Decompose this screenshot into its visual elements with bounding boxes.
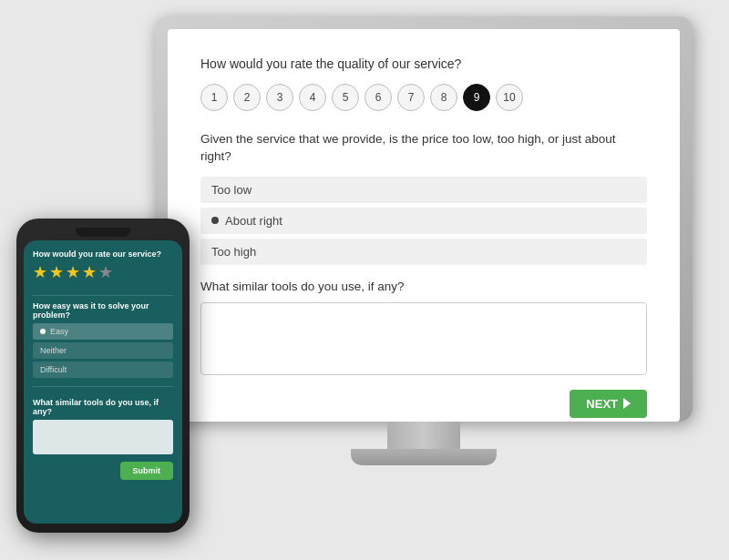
price-too-low-label: Too low xyxy=(211,183,252,197)
next-arrow-icon xyxy=(623,398,631,409)
quality-question: How would you rate the quality of our se… xyxy=(200,56,647,71)
next-button[interactable]: NEXT xyxy=(570,390,647,418)
next-label: NEXT xyxy=(586,397,618,411)
rating-row: 1 2 3 4 5 6 7 8 9 10 xyxy=(200,84,647,111)
rating-1[interactable]: 1 xyxy=(200,84,228,111)
price-option-about-right[interactable]: About right xyxy=(200,208,647,234)
price-about-right-label: About right xyxy=(225,214,282,228)
star-3: ★ xyxy=(66,262,80,282)
monitor-stand-base xyxy=(351,449,497,465)
price-option-too-high[interactable]: Too high xyxy=(200,239,647,265)
phone-option-neither[interactable]: Neither xyxy=(33,342,173,359)
star-2: ★ xyxy=(49,262,64,282)
phone-option-easy[interactable]: Easy xyxy=(33,323,173,340)
monitor: How would you rate the quality of our se… xyxy=(155,16,693,472)
phone-tools-input[interactable] xyxy=(33,420,173,454)
rating-4[interactable]: 4 xyxy=(299,84,326,111)
monitor-bezel: How would you rate the quality of our se… xyxy=(155,16,693,422)
phone-divider-2 xyxy=(33,386,173,387)
phone-notch xyxy=(76,228,130,237)
rating-6[interactable]: 6 xyxy=(364,84,392,111)
difficult-label: Difficult xyxy=(40,365,67,374)
phone-submit-row: Submit xyxy=(33,462,173,480)
neither-label: Neither xyxy=(40,346,67,355)
rating-7[interactable]: 7 xyxy=(397,84,425,111)
tools-question: What similar tools do you use, if any? xyxy=(200,280,647,293)
phone-q3-label: What similar tools do you use, if any? xyxy=(33,398,173,416)
monitor-screen: How would you rate the quality of our se… xyxy=(168,29,680,422)
rating-5[interactable]: 5 xyxy=(332,84,359,111)
phone-screen: How would you rate our service? ★ ★ ★ ★ … xyxy=(24,240,182,524)
rating-3[interactable]: 3 xyxy=(266,84,293,111)
tools-textarea[interactable] xyxy=(200,302,647,375)
rating-8[interactable]: 8 xyxy=(430,84,457,111)
monitor-stand-neck xyxy=(387,422,460,449)
rating-2[interactable]: 2 xyxy=(233,84,261,111)
phone-q2-label: How easy was it to solve your problem? xyxy=(33,301,173,320)
easy-label: Easy xyxy=(50,327,68,336)
phone-q1-label: How would you rate our service? xyxy=(33,249,173,259)
phone-submit-button[interactable]: Submit xyxy=(120,462,174,480)
phone: How would you rate our service? ★ ★ ★ ★ … xyxy=(16,219,190,533)
star-5: ★ xyxy=(98,262,113,282)
price-too-high-label: Too high xyxy=(211,245,256,259)
rating-10[interactable]: 10 xyxy=(496,84,523,111)
easy-dot xyxy=(40,329,46,334)
next-btn-row: NEXT xyxy=(200,390,647,418)
star-1: ★ xyxy=(33,262,47,282)
phone-divider-1 xyxy=(33,295,173,296)
phone-option-difficult[interactable]: Difficult xyxy=(33,361,173,378)
price-question: Given the service that we provide, is th… xyxy=(200,131,647,166)
phone-stars: ★ ★ ★ ★ ★ xyxy=(33,262,173,282)
submit-label: Submit xyxy=(133,466,161,475)
price-about-right-dot xyxy=(211,217,219,224)
rating-9[interactable]: 9 xyxy=(463,84,490,111)
star-4: ★ xyxy=(82,262,97,282)
price-option-too-low[interactable]: Too low xyxy=(200,177,647,203)
